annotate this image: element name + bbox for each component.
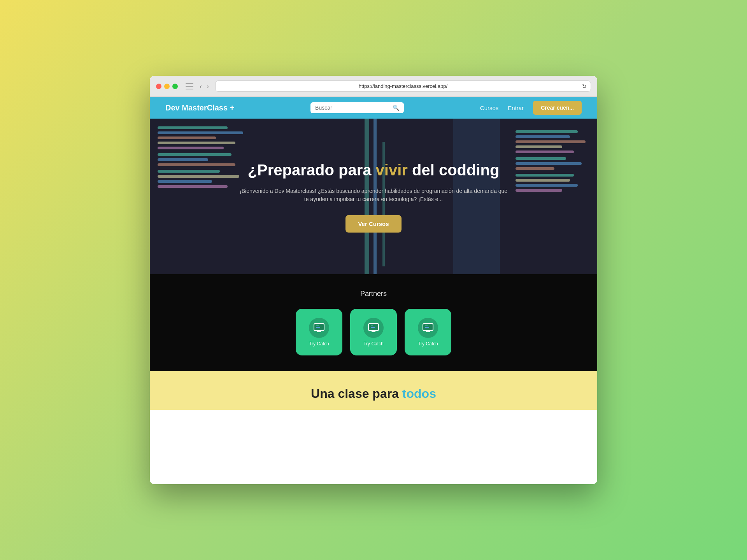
- bottom-title: Una clase para todos: [311, 387, 436, 401]
- view-courses-button[interactable]: Ver Cursos: [345, 215, 401, 233]
- sidebar-toggle-icon[interactable]: [186, 83, 193, 89]
- browser-window: ‹ › https://landing-masterclasss.vercel.…: [150, 76, 597, 484]
- nav-link-cursos[interactable]: Cursos: [480, 105, 499, 111]
- maximize-button[interactable]: [172, 84, 178, 89]
- hero-section: ¿Preparado para vivir del codding ¡Bienv…: [150, 119, 597, 274]
- partner-card-1: Try Catch: [296, 309, 342, 355]
- partner-icon-2: [363, 318, 384, 338]
- website-content: Dev MasterClass + 🔍 Cursos Entrar Crear …: [150, 97, 597, 484]
- partners-section: Partners Try Catch: [150, 274, 597, 371]
- search-bar[interactable]: 🔍: [310, 102, 404, 113]
- refresh-icon[interactable]: ↻: [582, 83, 587, 89]
- partners-grid: Try Catch Try Catch: [296, 309, 451, 355]
- nav-link-entrar[interactable]: Entrar: [508, 105, 524, 111]
- site-navbar: Dev MasterClass + 🔍 Cursos Entrar Crear …: [150, 97, 597, 119]
- close-button[interactable]: [156, 84, 161, 89]
- hero-content: ¿Preparado para vivir del codding ¡Bienv…: [150, 119, 597, 274]
- create-account-button[interactable]: Crear cuen...: [533, 101, 582, 115]
- partner-icon-3: [418, 318, 438, 338]
- search-icon: 🔍: [393, 105, 399, 111]
- hero-subtitle: ¡Bienvenido a Dev Masterclass! ¿Estás bu…: [237, 187, 510, 203]
- address-bar[interactable]: https://landing-masterclasss.vercel.app/…: [215, 80, 591, 92]
- search-input[interactable]: [315, 105, 389, 111]
- browser-chrome: ‹ › https://landing-masterclasss.vercel.…: [150, 76, 597, 97]
- hero-title: ¿Preparado para vivir del codding: [248, 161, 500, 179]
- partner-icon-1: [309, 318, 329, 338]
- partner-label-3: Try Catch: [418, 341, 438, 346]
- traffic-lights: [156, 84, 178, 89]
- partner-card-3: Try Catch: [405, 309, 451, 355]
- bottom-section: Una clase para todos: [150, 371, 597, 410]
- partner-label-1: Try Catch: [309, 341, 329, 346]
- partners-title: Partners: [360, 290, 387, 298]
- forward-button[interactable]: ›: [205, 83, 210, 90]
- url-text: https://landing-masterclasss.vercel.app/: [359, 83, 447, 89]
- minimize-button[interactable]: [164, 84, 170, 89]
- nav-links: Cursos Entrar Crear cuen...: [480, 101, 582, 115]
- nav-buttons: ‹ ›: [198, 83, 210, 90]
- partner-card-2: Try Catch: [350, 309, 397, 355]
- site-logo: Dev MasterClass +: [165, 103, 234, 112]
- partner-label-2: Try Catch: [363, 341, 384, 346]
- back-button[interactable]: ‹: [198, 83, 203, 90]
